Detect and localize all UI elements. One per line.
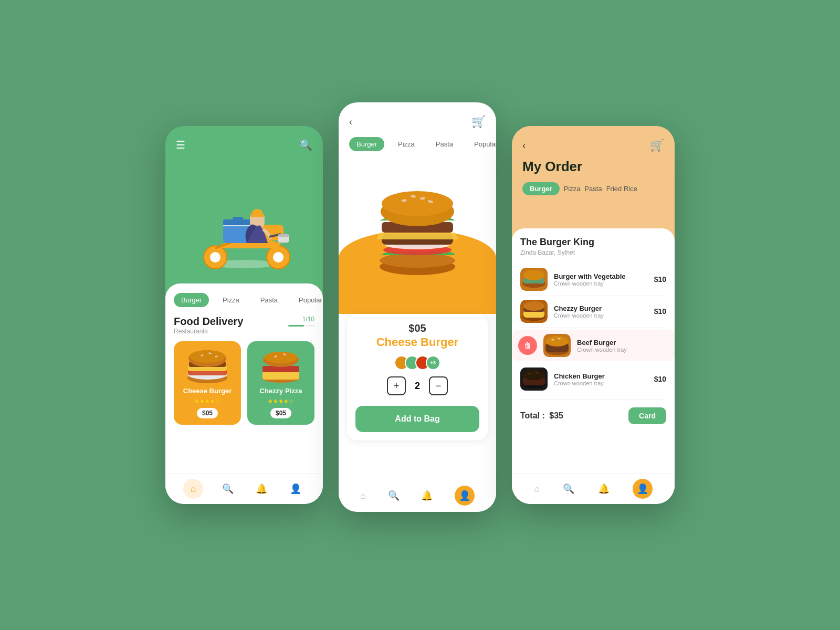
nav-bell-p3[interactable]: 🔔 (598, 483, 610, 495)
qty-value: 2 (412, 381, 423, 392)
cart-icon-p2[interactable]: 🛒 (471, 115, 486, 129)
tab-burger-p3[interactable]: Burger (522, 182, 560, 195)
phone1-bottom: Burger Pizza Pasta Popular Food Delivery… (165, 284, 323, 504)
order-svg-4 (520, 368, 548, 391)
nav-user-p1[interactable]: 👤 (286, 479, 305, 498)
back-icon-p2[interactable]: ‹ (349, 117, 352, 128)
search-icon[interactable]: 🔍 (299, 139, 312, 151)
progress-bar-container (288, 325, 314, 327)
order-info-1: Burger with Vegetable Crown wooden tray (554, 272, 654, 287)
svg-point-63 (523, 370, 545, 380)
phone2-hero (339, 156, 496, 314)
restaurant-location: Zinda Bazar, Sylhet (520, 249, 666, 256)
pagination: 1/10 (288, 316, 314, 323)
order-img-3 (543, 334, 571, 357)
order-svg-2 (520, 300, 548, 323)
svg-point-48 (523, 270, 544, 280)
svg-point-40 (382, 191, 453, 216)
product-name: Cheese Burger (355, 335, 479, 349)
big-burger-svg (370, 162, 465, 277)
order-price-1: $10 (654, 275, 666, 284)
nav-bell-p2[interactable]: 🔔 (421, 490, 433, 501)
order-img-4 (520, 368, 548, 391)
food-card-name-1: Cheese Burger (180, 387, 235, 395)
section-title: Food Delivery (174, 316, 243, 328)
tab-pasta-p3[interactable]: Pasta (584, 185, 602, 193)
qty-plus-btn[interactable]: + (387, 376, 406, 395)
burger-svg-1 (184, 349, 231, 386)
user-avatars: +3 (355, 355, 479, 370)
card-btn[interactable]: Card (628, 407, 666, 424)
food-card-chezzy-pizza[interactable]: Chezzy Pizza ★★★★☆ $05 (247, 341, 314, 425)
food-card-img-2 (254, 348, 308, 387)
tab-burger-p1[interactable]: Burger (174, 293, 209, 307)
nav-home-p3[interactable]: ⌂ (534, 484, 540, 495)
food-card-name-2: Chezzy Pizza (254, 387, 308, 395)
svg-rect-8 (233, 217, 243, 221)
phone2-tabs: Burger Pizza Pasta Popular (339, 137, 496, 151)
svg-point-53 (523, 301, 544, 311)
tab-popular-p2[interactable]: Popular (467, 137, 496, 151)
svg-point-2 (273, 252, 284, 262)
order-item-3: 🗑 Beef Burger Crown wooden tray (512, 330, 675, 361)
svg-point-33 (380, 253, 455, 268)
phone2-header: ‹ 🛒 (339, 102, 496, 137)
svg-rect-14 (278, 234, 289, 237)
phone3-body: The Burger King Zinda Bazar, Sylhet Burg… (512, 228, 675, 504)
food-card-img-1 (180, 348, 235, 387)
nav-home-p2[interactable]: ⌂ (360, 490, 366, 501)
order-price-2: $10 (654, 307, 666, 316)
section-header: Food Delivery Restaurants 1/10 (174, 316, 314, 335)
tab-pasta-p1[interactable]: Pasta (253, 293, 285, 307)
tab-pizza-p2[interactable]: Pizza (391, 137, 422, 151)
product-price: $05 (355, 322, 479, 334)
total-label: Total : $35 (520, 411, 563, 421)
svg-point-29 (264, 352, 298, 363)
nav-user-p3[interactable]: 👤 (633, 479, 653, 499)
food-price-2: $05 (270, 408, 291, 418)
order-item-1: Burger with Vegetable Crown wooden tray … (520, 264, 666, 296)
qty-controls: + 2 − (355, 376, 479, 395)
nav-search-p1[interactable]: 🔍 (218, 479, 237, 498)
order-item-4: Chicken Burger Crown wooden tray $10 (520, 363, 666, 395)
tab-pizza-p3[interactable]: Pizza (564, 185, 581, 193)
order-info-3: Beef Burger Crown wooden tray (577, 339, 668, 353)
tab-burger-p2[interactable]: Burger (349, 137, 384, 151)
tab-popular-p1[interactable]: Popular (291, 293, 323, 307)
nav-search-p2[interactable]: 🔍 (388, 490, 400, 501)
progress-bar (288, 325, 304, 327)
nav-search-p3[interactable]: 🔍 (563, 483, 574, 495)
tab-friedrice-p3[interactable]: Fried Rice (606, 185, 637, 193)
order-svg-1 (520, 268, 548, 291)
phone2: ‹ 🛒 Burger Pizza Pasta Popular (339, 102, 496, 512)
order-svg-3 (543, 334, 571, 357)
phone3-top: ‹ 🛒 My Order Burger Pizza Pasta Fried Ri… (512, 126, 675, 204)
order-info-2: Chezzy Burger Crown wooden tray (554, 304, 654, 319)
back-icon-p3[interactable]: ‹ (522, 140, 526, 151)
order-img-2 (520, 300, 548, 323)
scooter-svg (176, 167, 312, 272)
food-card-cheese-burger[interactable]: Cheese Burger ★★★★☆ $05 (174, 341, 241, 425)
pizza-svg (257, 349, 304, 386)
add-to-bag-btn[interactable]: Add to Bag (355, 406, 479, 432)
nav-bell-p1[interactable]: 🔔 (252, 479, 271, 498)
phone1-header: ☰ 🔍 (176, 139, 312, 151)
svg-point-57 (545, 336, 569, 346)
total-amount: $35 (549, 411, 563, 420)
food-stars-1: ★★★★☆ (180, 398, 235, 405)
phone1-tabs: Burger Pizza Pasta Popular (174, 293, 314, 307)
big-burger (370, 162, 465, 279)
phone3: ‹ 🛒 My Order Burger Pizza Pasta Fried Ri… (512, 126, 675, 504)
nav-home-p1[interactable]: ⌂ (183, 479, 203, 499)
qty-minus-btn[interactable]: − (429, 376, 448, 395)
restaurant-name: The Burger King (520, 237, 666, 248)
cart-icon-p3[interactable]: 🛒 (650, 139, 664, 152)
phone1-top: ☰ 🔍 (165, 126, 323, 294)
delete-btn[interactable]: 🗑 (518, 336, 537, 355)
nav-user-p2[interactable]: 👤 (455, 486, 475, 506)
order-img-1 (520, 268, 548, 291)
tab-pizza-p1[interactable]: Pizza (215, 293, 247, 307)
tab-pasta-p2[interactable]: Pasta (428, 137, 460, 151)
phones-container: ☰ 🔍 (144, 97, 696, 533)
hamburger-icon[interactable]: ☰ (176, 139, 185, 151)
